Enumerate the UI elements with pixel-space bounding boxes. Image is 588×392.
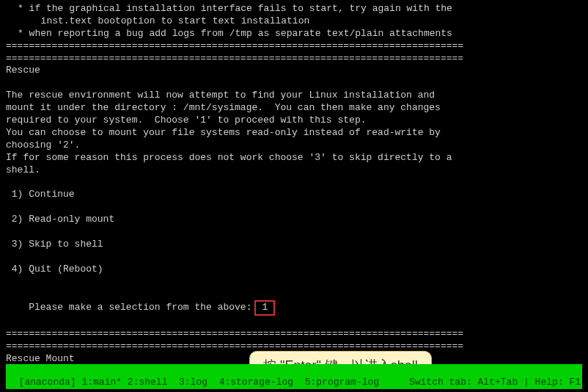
rescue-p1: The rescue environment will now attempt … bbox=[6, 90, 582, 102]
option-quit: 4) Quit (Reboot) bbox=[6, 264, 582, 276]
rescue-p6: If for some reason this process does not… bbox=[6, 152, 582, 164]
status-left: [anaconda] 1:main* 2:shell 3:log 4:stora… bbox=[19, 377, 379, 388]
bullet-1b: inst.text bootoption to start text insta… bbox=[6, 15, 582, 28]
option-readonly: 2) Read-only mount bbox=[6, 214, 582, 226]
status-bar: [anaconda] 1:main* 2:shell 3:log 4:stora… bbox=[6, 364, 582, 389]
selection-input[interactable]: 1 bbox=[254, 300, 275, 316]
selection-prompt-line: Please make a selection from the above:1 bbox=[6, 288, 582, 328]
rescue-p5: choosing '2'. bbox=[6, 139, 582, 152]
divider-2: ========================================… bbox=[6, 53, 582, 65]
divider-1: ========================================… bbox=[6, 40, 582, 53]
rescue-title: Rescue bbox=[6, 65, 582, 77]
rescue-p4: You can choose to mount your file system… bbox=[6, 127, 582, 139]
bullet-1a: if the graphical installation interface … bbox=[6, 3, 582, 15]
rescue-p7: shell. bbox=[6, 164, 582, 177]
option-skip: 3) Skip to shell bbox=[6, 239, 582, 251]
option-continue: 1) Continue bbox=[6, 189, 582, 201]
rescue-p3: required to your system. Choose '1' to p… bbox=[6, 115, 582, 127]
selection-prompt: Please make a selection from the above: bbox=[29, 302, 251, 313]
divider-3: ========================================… bbox=[6, 328, 582, 341]
status-right: Switch tab: Alt+Tab | Help: F1 bbox=[409, 377, 581, 389]
bullet-2: when reporting a bug add logs from /tmp … bbox=[6, 28, 582, 40]
terminal-output: if the graphical installation interface … bbox=[0, 0, 588, 392]
rescue-p2: mount it under the directory : /mnt/sysi… bbox=[6, 102, 582, 115]
